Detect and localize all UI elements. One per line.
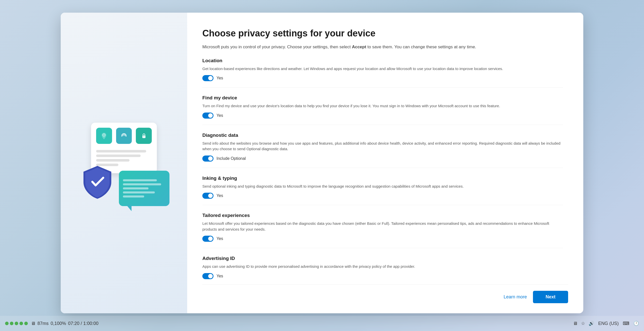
toggle-row-diagnostic-data: Include Optional (202, 156, 563, 162)
dot-4 (19, 322, 23, 325)
setting-title-location: Location (202, 58, 563, 63)
settings-scroll-area[interactable]: Location Get location-based experiences … (202, 58, 568, 282)
card-lines (96, 150, 152, 166)
toggle-label-find-my-device: Yes (217, 113, 223, 118)
setting-title-tailored-experiences: Tailored experiences (202, 213, 563, 218)
toggle-advertising-id[interactable] (202, 273, 213, 279)
settings-container: Location Get location-based experiences … (202, 58, 563, 282)
dot-2 (10, 322, 13, 325)
clock-icon: 🕐 (633, 321, 639, 326)
volume-icon[interactable]: 🔊 (589, 321, 594, 326)
toggle-label-diagnostic-data: Include Optional (217, 156, 246, 161)
taskbar-latency: 87ms (37, 321, 49, 326)
toggle-diagnostic-data[interactable] (202, 156, 213, 162)
taskbar-stats: 🖥 87ms 0,100% 07:20 / 1:00:00 (31, 321, 98, 326)
bubble-line-4 (123, 191, 155, 193)
toggle-knob-inking-typing (208, 193, 213, 198)
subtitle-end: to save them. You can change these setti… (366, 45, 476, 49)
setting-item-inking-typing: Inking & typing Send optional inking and… (202, 175, 563, 205)
taskbar-cpu: 0,100% (51, 321, 66, 326)
setting-description-advertising-id: Apps can use advertising ID to provide m… (202, 264, 563, 270)
toggle-row-inking-typing: Yes (202, 193, 563, 199)
language-label: ENG (US) (598, 321, 619, 326)
toggle-knob-advertising-id (208, 274, 213, 278)
fingerprint-icon (116, 128, 132, 144)
bubble-line-3 (123, 187, 148, 189)
toggle-label-location: Yes (217, 76, 223, 80)
dot-5 (24, 322, 28, 325)
setting-description-diagnostic-data: Send info about the websites you browse … (202, 141, 563, 152)
monitor-icon[interactable]: 🖥 (573, 321, 577, 326)
setting-item-location: Location Get location-based experiences … (202, 58, 563, 88)
bubble-lines (119, 175, 169, 202)
card-line-2 (96, 155, 141, 157)
privacy-dialog: Choose privacy settings for your device … (61, 13, 583, 313)
setting-title-diagnostic-data: Diagnostic data (202, 133, 563, 138)
setting-description-find-my-device: Turn on Find my device and use your devi… (202, 103, 563, 109)
speech-bubble (119, 171, 169, 206)
setting-item-find-my-device: Find my device Turn on Find my device an… (202, 95, 563, 125)
setting-description-location: Get location-based experiences like dire… (202, 66, 563, 72)
content-panel: Choose privacy settings for your device … (187, 13, 583, 313)
setting-item-advertising-id: Advertising ID Apps can use advertising … (202, 256, 563, 282)
setting-title-inking-typing: Inking & typing (202, 175, 563, 181)
dot-1 (5, 322, 9, 325)
toggle-label-advertising-id: Yes (217, 274, 223, 278)
taskbar-time: 07:20 / 1:00:00 (68, 321, 98, 326)
setting-title-advertising-id: Advertising ID (202, 256, 563, 261)
svg-point-1 (103, 134, 105, 136)
toggle-find-my-device[interactable] (202, 113, 213, 119)
shield-container (81, 165, 114, 201)
toggle-knob-diagnostic-data (208, 156, 213, 161)
subtitle-bold: Accept (352, 45, 366, 49)
subtitle-plain: Microsoft puts you in control of your pr… (202, 45, 352, 49)
toggle-row-find-my-device: Yes (202, 113, 563, 119)
learn-more-button[interactable]: Learn more (504, 294, 527, 300)
toggle-row-tailored-experiences: Yes (202, 236, 563, 242)
card-line-3 (96, 159, 130, 162)
dot-3 (15, 322, 18, 325)
setting-item-diagnostic-data: Diagnostic data Send info about the webs… (202, 133, 563, 168)
setting-title-find-my-device: Find my device (202, 95, 563, 101)
bubble-line-2 (123, 183, 161, 185)
taskbar-dots (5, 322, 28, 325)
setting-description-inking-typing: Send optional inking and typing diagnost… (202, 184, 563, 189)
toggle-knob-tailored-experiences (208, 236, 213, 241)
page-title: Choose privacy settings for your device (202, 28, 568, 39)
location-icon (96, 128, 112, 144)
toggle-label-tailored-experiences: Yes (217, 236, 223, 241)
toggle-row-advertising-id: Yes (202, 273, 563, 279)
taskbar-right: 🖥 ☆ 🔊 ENG (US) ⌨ 🕐 (573, 321, 639, 326)
taskbar-icons: 🖥 ☆ 🔊 (573, 321, 594, 326)
card-icons-row (96, 128, 152, 144)
toggle-knob-location (208, 76, 213, 80)
next-button[interactable]: Next (533, 291, 568, 303)
illustration-container (76, 115, 172, 211)
toggle-tailored-experiences[interactable] (202, 236, 213, 242)
taskbar-cpu-icon: 🖥 (31, 321, 35, 326)
lock-icon (136, 128, 152, 144)
taskbar: 🖥 87ms 0,100% 07:20 / 1:00:00 🖥 ☆ 🔊 ENG … (0, 316, 644, 331)
taskbar-left: 🖥 87ms 0,100% 07:20 / 1:00:00 (5, 321, 98, 326)
toggle-inking-typing[interactable] (202, 193, 213, 199)
card-line-1 (96, 150, 146, 152)
toggle-knob-find-my-device (208, 113, 213, 118)
star-icon[interactable]: ☆ (581, 321, 585, 326)
bubble-line-5 (123, 195, 144, 197)
toggle-row-location: Yes (202, 75, 563, 81)
page-subtitle: Microsoft puts you in control of your pr… (202, 44, 568, 50)
setting-description-tailored-experiences: Let Microsoft offer you tailored experie… (202, 221, 563, 232)
toggle-location[interactable] (202, 75, 213, 81)
keyboard-icon: ⌨ (623, 321, 629, 326)
illustration-panel (61, 13, 187, 313)
svg-point-3 (143, 136, 144, 137)
toggle-label-inking-typing: Yes (217, 193, 223, 198)
bubble-line-1 (123, 179, 157, 181)
bottom-actions: Learn more Next (202, 284, 568, 303)
setting-item-tailored-experiences: Tailored experiences Let Microsoft offer… (202, 213, 563, 248)
